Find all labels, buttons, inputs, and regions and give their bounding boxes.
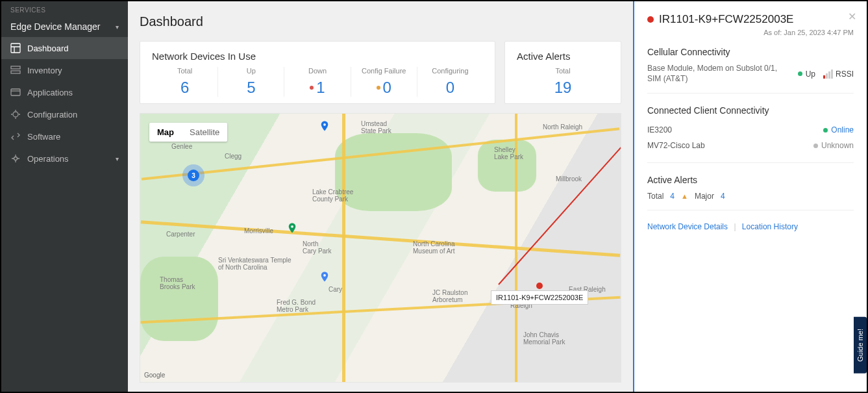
map-place-label: Clegg <box>225 153 242 160</box>
map-place-label: JC RaulstonArboretum <box>432 289 467 303</box>
status-dot-icon <box>647 16 654 23</box>
sidebar: SERVICES Edge Device Manager ▾ Dashboard… <box>1 1 128 392</box>
chevron-down-icon: ▾ <box>116 23 119 31</box>
stat-label: Down <box>288 67 346 75</box>
cellular-info: Base Module, Modem on Subslot 0/1, SIM (… <box>647 64 798 84</box>
device-tooltip: IR1101-K9+FCW2252003E <box>491 290 588 305</box>
alerts-major-link[interactable]: 4 <box>721 192 725 201</box>
map-place-label: Lake CrabtreeCounty Park <box>312 188 353 203</box>
svg-point-8 <box>323 274 326 277</box>
map-pin-icon[interactable] <box>286 221 298 235</box>
guide-me-tab[interactable]: Guide me! <box>854 317 867 374</box>
client-row: IE3200 Online <box>647 122 854 138</box>
map-pin-icon[interactable] <box>319 270 330 284</box>
svg-rect-0 <box>11 44 20 53</box>
close-icon[interactable]: ✕ <box>848 10 856 23</box>
device-marker[interactable]: IR1101-K9+FCW2252003E <box>491 283 588 305</box>
services-header: SERVICES <box>1 1 128 16</box>
main-content: Dashboard Network Devices In Use Total 6… <box>128 1 633 392</box>
nav-label: Software <box>27 132 60 142</box>
map-type-map[interactable]: Map <box>149 123 182 142</box>
page-title: Dashboard <box>140 10 621 32</box>
cellular-row: Base Module, Modem on Subslot 0/1, SIM (… <box>647 64 854 84</box>
inventory-icon <box>10 65 21 75</box>
client-row: MV72-Cisco Lab Unknown <box>647 138 854 153</box>
operations-icon <box>10 153 21 164</box>
stat-value: 6 <box>180 79 189 96</box>
service-name: Edge Device Manager <box>10 21 101 32</box>
google-logo: Google <box>144 372 165 379</box>
map-place-label: NorthCary Park <box>303 240 331 255</box>
device-details-link[interactable]: Network Device Details <box>647 222 728 231</box>
device-title: IR1101-K9+FCW2252003E <box>659 13 793 26</box>
card-title: Network Devices In Use <box>152 51 483 62</box>
map-place-label: Genlee <box>171 143 192 150</box>
alerts-total-link[interactable]: 4 <box>670 192 675 201</box>
stat-value: 19 <box>554 79 572 96</box>
map-place-label: John ChavisMemorial Park <box>523 331 565 346</box>
map-place-label: ShelleyLake Park <box>494 146 523 160</box>
stat-alerts-total[interactable]: Total 19 <box>517 67 609 97</box>
nav-configuration[interactable]: Configuration <box>1 103 128 125</box>
map-type-toggle: Map Satellite <box>149 123 227 142</box>
map-canvas[interactable]: GenleeCleggUmsteadState ParkNorth Raleig… <box>140 114 621 382</box>
map-place-label: North Raleigh <box>543 123 582 131</box>
nav-label: Dashboard <box>27 44 69 53</box>
svg-point-4 <box>13 112 18 117</box>
applications-icon <box>10 87 21 97</box>
section-alerts: Active Alerts <box>647 175 854 185</box>
status-dot-green-icon <box>798 71 802 76</box>
rssi-label: RSSI <box>836 70 854 79</box>
map-place-label: North CarolinaMuseum of Art <box>413 240 454 255</box>
stat-configuring[interactable]: Configuring 0 <box>417 67 483 97</box>
divider <box>647 93 854 94</box>
cellular-status: Up <box>798 70 815 79</box>
detail-links: Network Device Details | Location Histor… <box>647 222 854 231</box>
service-selector[interactable]: Edge Device Manager ▾ <box>1 16 128 37</box>
stat-config-failure[interactable]: Config Failure 0 <box>351 67 417 97</box>
nav-applications[interactable]: Applications <box>1 81 128 103</box>
map-place-label: UmsteadState Park <box>361 120 391 134</box>
svg-point-6 <box>323 123 326 126</box>
nav-operations[interactable]: Operations ▾ <box>1 147 128 170</box>
stat-value: 1 <box>310 79 325 96</box>
nav-label: Configuration <box>27 110 77 120</box>
map-place-label: Morrisville <box>244 227 273 235</box>
status-dot-grey-icon <box>813 144 818 148</box>
divider <box>647 210 854 210</box>
active-alerts-card: Active Alerts Total 19 <box>504 41 621 104</box>
summary-cards: Network Devices In Use Total 6 Up 5 Down… <box>140 41 621 104</box>
stat-down[interactable]: Down 1 <box>284 67 351 97</box>
map-place-label: Millbrook <box>556 175 582 183</box>
nav-dashboard[interactable]: Dashboard <box>1 37 128 59</box>
as-of-timestamp: As of: Jan 25, 2023 4:47 PM <box>647 29 854 36</box>
map-pin-icon[interactable] <box>319 119 330 133</box>
card-title: Active Alerts <box>517 51 609 62</box>
client-name: MV72-Cisco Lab <box>647 141 705 150</box>
nav-label: Applications <box>27 88 73 97</box>
nav-software[interactable]: Software <box>1 125 128 147</box>
alerts-total-label: Total <box>647 192 663 201</box>
client-status-text: Unknown <box>821 141 854 150</box>
section-cellular: Cellular Connectivity <box>647 47 854 57</box>
client-status-link[interactable]: Online <box>831 125 854 134</box>
network-devices-card: Network Devices In Use Total 6 Up 5 Down… <box>140 41 495 104</box>
device-detail-panel: ✕ IR1101-K9+FCW2252003E As of: Jan 25, 2… <box>633 1 867 392</box>
svg-rect-2 <box>11 71 20 73</box>
stat-value: 5 <box>247 79 255 96</box>
location-history-link[interactable]: Location History <box>742 222 798 231</box>
svg-point-5 <box>14 157 18 160</box>
nav-label: Inventory <box>27 66 62 75</box>
stat-value: 0 <box>446 79 454 96</box>
map-cluster[interactable]: 3 <box>182 164 205 186</box>
map-type-satellite[interactable]: Satellite <box>182 123 227 142</box>
stat-label: Config Failure <box>355 67 413 75</box>
rssi-icon <box>823 70 833 79</box>
map-widget[interactable]: GenleeCleggUmsteadState ParkNorth Raleig… <box>140 113 621 383</box>
stat-up[interactable]: Up 5 <box>218 67 284 97</box>
svg-point-7 <box>291 225 293 228</box>
stat-label: Total <box>521 67 605 75</box>
nav-inventory[interactable]: Inventory <box>1 59 128 81</box>
stat-total[interactable]: Total 6 <box>152 67 218 97</box>
cluster-count: 3 <box>188 170 199 181</box>
